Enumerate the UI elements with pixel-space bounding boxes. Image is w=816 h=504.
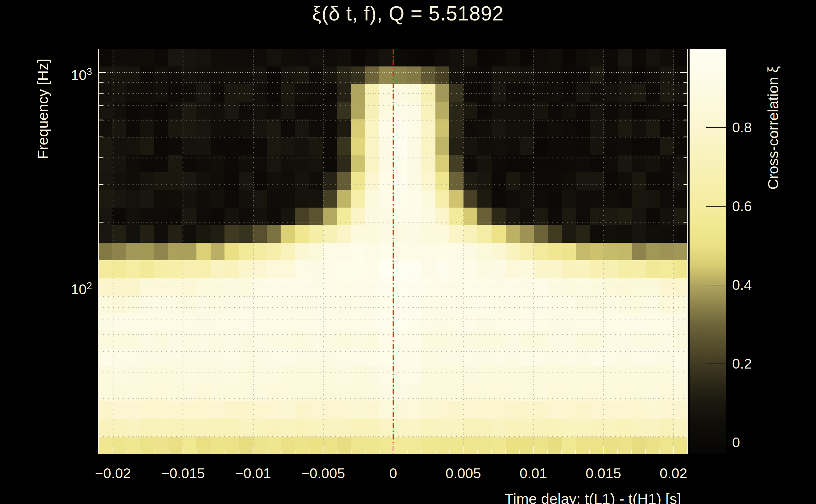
figure-canvas: ξ(δ t, f), Q = 5.51892 Frequency [Hz] 10…	[0, 0, 816, 504]
x-tick-label: 0.01	[492, 465, 574, 482]
colorbar-tick-label: 0.6	[732, 198, 752, 215]
chart-title: ξ(δ t, f), Q = 5.51892	[0, 2, 816, 25]
x-tick-label: −0.02	[72, 465, 154, 482]
x-axis-title: Time delay: t(L1) - t(H1) [s]	[504, 490, 681, 504]
colorbar-tick	[706, 442, 726, 443]
heatmap-canvas	[98, 49, 688, 454]
colorbar-tick	[706, 127, 726, 128]
x-tick-label: −0.005	[282, 465, 364, 482]
colorbar-tick-label: 0	[732, 434, 740, 451]
x-tick-label: 0	[352, 465, 434, 482]
x-tick-label: 0.005	[422, 465, 504, 482]
x-tick-label: −0.01	[212, 465, 294, 482]
x-tick-label: 0.015	[562, 465, 645, 482]
y-tick-label-1000: 103	[71, 64, 92, 83]
plot-area	[98, 49, 688, 454]
y-tick-label-100: 102	[71, 278, 92, 298]
colorbar-gradient	[690, 49, 726, 454]
colorbar-title: Cross-correlation ξ	[764, 66, 782, 190]
colorbar-tick-label: 0.2	[732, 356, 752, 372]
colorbar-tick-label: 0.4	[732, 277, 752, 293]
x-tick-label: −0.015	[142, 465, 224, 482]
colorbar-tick	[706, 206, 726, 207]
colorbar-tick	[706, 364, 726, 364]
x-tick-label: 0.02	[633, 465, 715, 482]
colorbar-tick	[706, 285, 726, 285]
colorbar-tick-label: 0.8	[732, 119, 752, 136]
y-axis-title: Frequency [Hz]	[34, 59, 51, 159]
